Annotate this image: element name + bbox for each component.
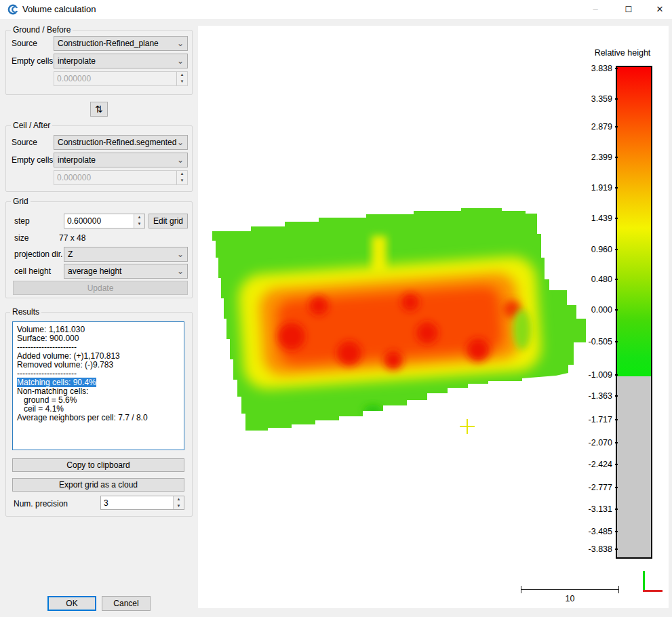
- volume-heatmap[interactable]: [203, 201, 597, 439]
- copy-to-clipboard-button[interactable]: Copy to clipboard: [12, 458, 184, 472]
- window-title: Volume calculation: [22, 4, 96, 14]
- colorbar-gradient: [617, 67, 651, 376]
- spin-down-icon[interactable]: ▼: [134, 221, 144, 228]
- ceil-default-height-spinbox: ▲ ▼: [54, 170, 188, 185]
- scale-bar-line: [521, 589, 619, 590]
- colorbar-label: 1.919: [572, 183, 612, 193]
- colorbar-label: 3.838: [572, 64, 612, 73]
- group-grid: Grid step ▲ ▼ Edit grid size 77 x 48 pro…: [5, 201, 193, 298]
- pick-cross-icon: [467, 419, 468, 434]
- grid-step-input[interactable]: [64, 214, 133, 228]
- grid-size-label: size: [14, 233, 28, 243]
- axis-vertical-icon: [643, 571, 645, 592]
- chevron-down-icon: ⌄: [177, 156, 185, 164]
- chevron-down-icon: ⌄: [177, 267, 185, 275]
- spin-up-icon: ▲: [177, 72, 187, 79]
- minimize-button[interactable]: –: [582, 0, 609, 19]
- colorbar-label: 2.879: [572, 122, 612, 132]
- edit-grid-label: Edit grid: [153, 216, 183, 226]
- num-precision-label: Num. precision: [14, 499, 68, 509]
- colorbar-label: -2.777: [572, 483, 612, 492]
- ground-source-combobox[interactable]: Construction-Refined_plane ⌄: [54, 36, 188, 51]
- grid-size-value: 77 x 48: [59, 233, 85, 243]
- swap-icon: ⇅: [95, 104, 103, 115]
- colorbar-label: -3.485: [572, 527, 612, 536]
- ground-default-height-input: [54, 72, 176, 85]
- ground-source-value: Construction-Refined_plane: [58, 39, 159, 48]
- colorbar-label: 3.359: [572, 94, 612, 104]
- ground-default-height-spinbox: ▲ ▼: [54, 71, 188, 86]
- cancel-button-label: Cancel: [113, 599, 138, 608]
- ceil-source-value: Construction-Refined.segmented: [58, 138, 176, 147]
- group-ground-before: Ground / Before Source Construction-Refi…: [5, 30, 193, 95]
- colorbar-label: 0.480: [572, 275, 612, 284]
- grid-cell-height-combobox[interactable]: average height ⌄: [64, 264, 188, 279]
- cancel-button[interactable]: Cancel: [102, 596, 151, 611]
- results-text-area[interactable]: Volume: 1,161.030 Surface: 900.000 -----…: [12, 321, 184, 450]
- 3d-viewport[interactable]: Relative height 3.838 3.359 2.879 2.399 …: [198, 26, 669, 608]
- colorbar-saturation-zone: [617, 376, 651, 557]
- export-grid-label: Export grid as a cloud: [59, 480, 138, 490]
- grid-projection-combobox[interactable]: Z ⌄: [64, 247, 188, 262]
- ok-button[interactable]: OK: [47, 596, 96, 611]
- grid-cell-height-value: average height: [68, 266, 121, 276]
- grid-projection-value: Z: [68, 250, 73, 259]
- chevron-down-icon: ⌄: [177, 57, 185, 65]
- colorbar-label: -1.363: [572, 391, 612, 401]
- colorbar-label: 1.439: [572, 214, 612, 223]
- ground-empty-cells-combobox[interactable]: interpolate ⌄: [54, 54, 188, 68]
- ceil-empty-cells-label: Empty cells: [12, 155, 53, 165]
- close-button[interactable]: ✕: [646, 0, 672, 19]
- update-button: Update: [13, 281, 188, 295]
- spin-up-icon[interactable]: ▲: [174, 496, 184, 503]
- group-ceil-after: Ceil / After Source Construction-Refined…: [5, 125, 193, 192]
- group-ground-before-legend: Ground / Before: [11, 25, 73, 35]
- colorbar-label: -3.838: [572, 544, 612, 554]
- volume-calculation-window: { "window": { "title": "Volume calculati…: [0, 0, 672, 617]
- scale-bar-label: 10: [521, 594, 619, 603]
- num-precision-spinbox[interactable]: ▲ ▼: [100, 496, 184, 510]
- colorbar-label: -1.009: [572, 370, 612, 380]
- group-grid-legend: Grid: [11, 197, 31, 206]
- swap-button[interactable]: ⇅: [90, 102, 108, 117]
- grid-step-label: step: [14, 216, 30, 226]
- title-bar[interactable]: Volume calculation – ☐ ✕: [0, 0, 672, 19]
- ceil-default-height-input: [54, 171, 176, 184]
- copy-to-clipboard-label: Copy to clipboard: [66, 460, 130, 470]
- colorbar-label: -2.070: [572, 438, 612, 447]
- maximize-button[interactable]: ☐: [615, 0, 642, 19]
- axes-icon: [641, 571, 663, 594]
- ground-empty-cells-label: Empty cells: [12, 56, 53, 66]
- ground-source-label: Source: [12, 39, 37, 48]
- spin-down-icon: ▼: [177, 79, 187, 85]
- grid-projection-label: projection dir.: [14, 250, 62, 259]
- export-grid-button[interactable]: Export grid as a cloud: [12, 478, 184, 492]
- spin-up-icon: ▲: [177, 171, 187, 178]
- scale-bar: 10: [521, 584, 619, 608]
- ceil-empty-cells-combobox[interactable]: interpolate ⌄: [54, 153, 188, 167]
- num-precision-input[interactable]: [101, 496, 172, 509]
- app-icon: [6, 3, 18, 16]
- update-button-label: Update: [87, 283, 114, 293]
- edit-grid-button[interactable]: Edit grid: [149, 214, 188, 228]
- colorbar-label: -2.424: [572, 460, 612, 469]
- spin-down-icon[interactable]: ▼: [174, 503, 184, 510]
- axis-horizontal-icon: [643, 590, 663, 592]
- ceil-empty-cells-value: interpolate: [58, 155, 96, 165]
- ceil-source-label: Source: [12, 138, 37, 147]
- colorbar-label: -0.505: [572, 337, 612, 346]
- grid-cell-height-label: cell height: [14, 266, 51, 276]
- group-results-legend: Results: [10, 307, 41, 317]
- ceil-source-combobox[interactable]: Construction-Refined.segmented ⌄: [54, 135, 188, 150]
- colorbar-label: 2.399: [572, 153, 612, 162]
- colorbar-label: 0.000: [572, 305, 612, 315]
- colorbar-title: Relative height: [582, 48, 663, 58]
- ok-button-label: OK: [66, 599, 77, 608]
- grid-step-spinbox[interactable]: ▲ ▼: [64, 214, 145, 228]
- group-ceil-after-legend: Ceil / After: [11, 121, 52, 130]
- colorbar-label: -1.717: [572, 415, 612, 424]
- chevron-down-icon: ⌄: [177, 39, 185, 47]
- ground-empty-cells-value: interpolate: [58, 56, 96, 66]
- spin-up-icon[interactable]: ▲: [134, 214, 144, 221]
- colorbar-label: 0.960: [572, 245, 612, 254]
